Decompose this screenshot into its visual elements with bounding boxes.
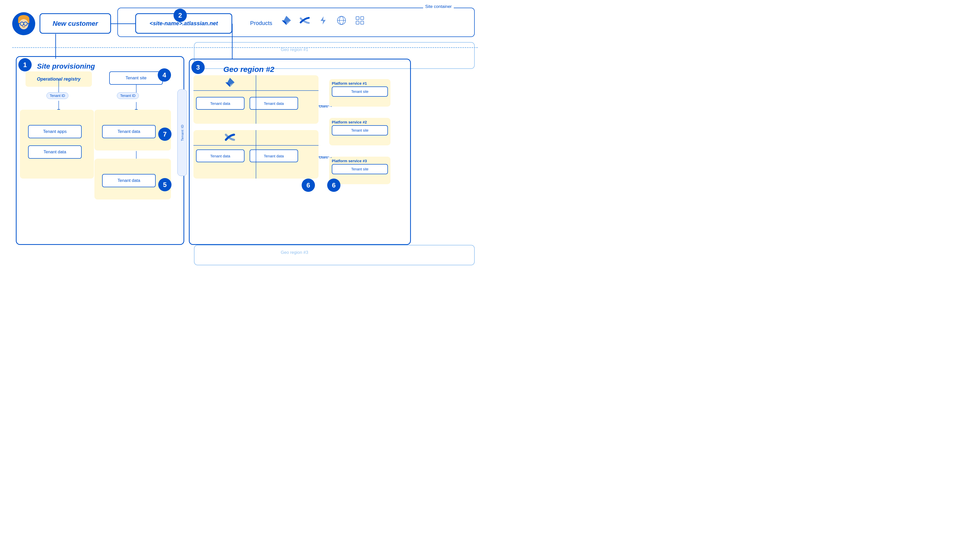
url-label: <site-name>.atlassian.net	[150, 20, 218, 27]
conf-tenant-data-2: Tenant data	[250, 149, 298, 162]
jira-tenant-data-1: Tenant data	[196, 97, 245, 110]
ps1-tenant-site: Tenant site	[332, 86, 388, 97]
step-6a-circle: 6	[302, 179, 315, 192]
dotted-separator	[12, 47, 478, 48]
grid-product-icon	[354, 15, 366, 26]
step-4-circle: 4	[158, 68, 171, 82]
jira-section-icon	[224, 77, 235, 89]
conf-tenant-data-1: Tenant data	[196, 149, 245, 162]
svg-rect-27	[356, 17, 359, 20]
globe-product-icon	[336, 15, 347, 26]
site-container-label: Site container	[423, 4, 454, 9]
jira-product-icon	[281, 15, 292, 26]
commerce-box	[20, 110, 94, 179]
ps3-label: Platform service #3	[329, 157, 390, 164]
ps2-label: Platform service #2	[329, 118, 390, 125]
step-5-circle: 5	[158, 178, 172, 191]
ps3-tenant-site: Tenant site	[332, 164, 388, 174]
step-7-circle: 7	[158, 127, 172, 141]
step-2-circle: 2	[173, 9, 187, 22]
geo3-box	[194, 245, 475, 265]
svg-marker-23	[321, 16, 326, 24]
svg-rect-29	[356, 21, 359, 24]
step-1-circle: 1	[18, 58, 32, 71]
confluence-product-icon	[299, 15, 310, 26]
geo3-label: Geo region #3	[281, 250, 308, 255]
product-icons-group	[281, 15, 366, 26]
bolt-product-icon	[318, 15, 329, 26]
geo1-label: Geo region #1	[281, 47, 308, 52]
jira-tenant-data-2: Tenant data	[250, 97, 298, 110]
confluence-section-icon	[224, 132, 235, 143]
tenant-data-identity-box: Tenant data	[102, 174, 156, 187]
tenant-data-billing-box: Tenant data	[102, 125, 156, 138]
diagram-container: New customer 1 2 Site container <site-na…	[0, 0, 490, 275]
step-3-circle: 3	[191, 61, 205, 74]
step-6b-circle: 6	[327, 179, 340, 192]
products-label: Products	[250, 20, 272, 27]
ps2-tenant-site: Tenant site	[332, 125, 388, 135]
tenant-id-band: Tenant ID	[177, 89, 187, 176]
uses-arrow-jira: Uses →	[319, 104, 332, 108]
avatar	[12, 12, 35, 35]
svg-rect-30	[361, 21, 364, 24]
tenant-id-pill-right: Tenant ID	[117, 92, 139, 99]
tenant-id-band-text: Tenant ID	[180, 124, 184, 141]
tenant-data-commerce-box: Tenant data	[28, 145, 82, 159]
platform-service-1-box: Platform service #1 Tenant site	[329, 79, 390, 106]
new-customer-box: New customer	[40, 13, 111, 34]
tenant-site-box: Tenant site	[109, 71, 163, 85]
platform-service-3-box: Platform service #3 Tenant site	[329, 157, 390, 184]
tenant-id-pill-left: Tenant ID	[46, 92, 68, 99]
ps1-label: Platform service #1	[329, 79, 390, 86]
svg-rect-28	[361, 17, 364, 20]
new-customer-label: New customer	[52, 20, 98, 27]
uses-arrow-conf: Uses →	[319, 155, 332, 159]
platform-service-2-box: Platform service #2 Tenant site	[329, 118, 390, 145]
tenant-apps-box: Tenant apps	[28, 125, 82, 138]
